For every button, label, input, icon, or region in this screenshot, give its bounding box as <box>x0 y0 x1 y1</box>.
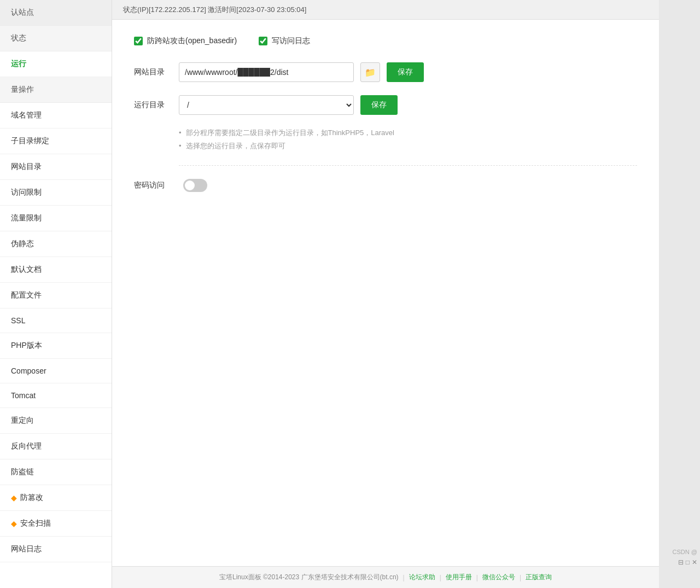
sidebar-item-renzhanzhandian[interactable]: 认站点 <box>0 0 112 26</box>
sidebar-item-fanxiang-daili[interactable]: 反向代理 <box>0 434 112 459</box>
diamond-icon-fangsuangai: ◆ <box>11 493 17 502</box>
sidebar-item-fang-suangai[interactable]: ◆ 防篡改 <box>0 485 112 511</box>
write-access-log-checkbox[interactable] <box>259 37 267 45</box>
diamond-icon-anquan: ◆ <box>11 519 17 528</box>
sidebar: 认站点 状态 运行 量操作 域名管理 子目录绑定 网站目录 访问限制 流量限制 … <box>0 0 112 588</box>
sidebar-item-tomcat[interactable]: Tomcat <box>0 383 112 408</box>
website-directory-row: 网站目录 📁 保存 <box>134 62 637 82</box>
toggle-slider <box>183 179 207 192</box>
right-panel: CSDN @ ⊟ □ ✕ <box>659 0 700 588</box>
icon-bar-item-1: ⊟ <box>678 558 684 566</box>
sidebar-item-moren-wendang[interactable]: 默认文档 <box>0 257 112 283</box>
bottom-icon-bar: ⊟ □ ✕ <box>678 558 697 566</box>
sidebar-item-composer[interactable]: Composer <box>0 359 112 383</box>
tip-item-1: • 部分程序需要指定二级目录作为运行目录，如ThinkPHP5，Laravel <box>179 128 637 138</box>
main-content: 状态(IP)[172.222.205.172] 激活时间[2023-07-30 … <box>112 0 659 588</box>
checkbox-row: 防跨站攻击(open_basedir) 写访问日志 <box>134 36 637 46</box>
footer-link-forum[interactable]: 正版查询 <box>526 573 552 582</box>
sidebar-item-ssl[interactable]: SSL <box>0 308 112 333</box>
password-access-row: 密码访问 <box>134 179 637 192</box>
footer-link-trial[interactable]: 论坛求助 <box>409 573 435 582</box>
run-directory-save-button[interactable]: 保存 <box>360 95 398 115</box>
website-directory-save-button[interactable]: 保存 <box>387 62 424 82</box>
folder-open-button[interactable]: 📁 <box>360 62 380 82</box>
tips-section: • 部分程序需要指定二级目录作为运行目录，如ThinkPHP5，Laravel … <box>179 128 637 166</box>
sidebar-item-wei-jingtai[interactable]: 伪静态 <box>0 231 112 257</box>
run-directory-label: 运行目录 <box>134 100 172 110</box>
tip-bullet-2: • <box>179 142 182 150</box>
website-directory-input[interactable] <box>179 62 354 82</box>
footer-divider-4: | <box>520 574 521 581</box>
sidebar-item-liuliang-xianzhi[interactable]: 流量限制 <box>0 206 112 231</box>
csdn-watermark: CSDN @ <box>673 549 697 555</box>
sidebar-item-wangzhan-mulu[interactable]: 网站目录 <box>0 154 112 180</box>
sidebar-item-anquan-saomiao[interactable]: ◆ 安全扫描 <box>0 511 112 537</box>
sidebar-item-fangdaolian[interactable]: 防盗链 <box>0 459 112 485</box>
footer-divider-1: | <box>403 574 405 581</box>
folder-icon: 📁 <box>365 67 376 78</box>
footer-divider-2: | <box>440 574 441 581</box>
sidebar-item-batch-ops[interactable]: 量操作 <box>0 77 112 103</box>
cross-site-attack-checkbox[interactable] <box>134 37 143 45</box>
top-bar: 状态(IP)[172.222.205.172] 激活时间[2023-07-30 … <box>112 0 659 20</box>
checkbox-cross-site-attack[interactable]: 防跨站攻击(open_basedir) <box>134 36 237 46</box>
sidebar-item-peizhi-wenjian[interactable]: 配置文件 <box>0 283 112 308</box>
app-layout: 认站点 状态 运行 量操作 域名管理 子目录绑定 网站目录 访问限制 流量限制 … <box>0 0 700 588</box>
password-access-label: 密码访问 <box>134 181 172 190</box>
sidebar-item-wangzhan-rizhi[interactable]: 网站日志 <box>0 537 112 562</box>
footer-link-wechat[interactable]: 微信公众号 <box>482 573 515 582</box>
sidebar-item-chongdingxiang[interactable]: 重定向 <box>0 408 112 434</box>
sidebar-item-fangwen-xianzhi[interactable]: 访问限制 <box>0 180 112 206</box>
footer: 宝塔Linux面板 ©2014-2023 广东堡塔安全技术有限公司(bt.cn)… <box>112 566 659 588</box>
sidebar-item-yuming-guanli[interactable]: 域名管理 <box>0 103 112 129</box>
tip-item-2: • 选择您的运行目录，点保存即可 <box>179 141 637 151</box>
footer-divider-3: | <box>476 574 478 581</box>
checkbox-write-access-log[interactable]: 写访问日志 <box>259 36 310 46</box>
icon-bar-item-2: □ <box>686 558 690 566</box>
sidebar-item-yunxing[interactable]: 运行 <box>0 51 112 77</box>
run-directory-row: 运行目录 / 保存 <box>134 95 637 115</box>
run-directory-select[interactable]: / <box>179 95 354 115</box>
website-directory-label: 网站目录 <box>134 67 172 77</box>
sidebar-item-php-banben[interactable]: PHP版本 <box>0 333 112 359</box>
sidebar-item-zhuangtai[interactable]: 状态 <box>0 26 112 51</box>
content-body: 防跨站攻击(open_basedir) 写访问日志 网站目录 📁 保存 <box>112 20 659 219</box>
tip-bullet-1: • <box>179 129 182 137</box>
icon-bar-item-3: ✕ <box>692 558 697 566</box>
password-access-toggle[interactable] <box>183 179 207 192</box>
footer-link-manual[interactable]: 使用手册 <box>446 573 472 582</box>
sidebar-item-zimulu-bangding[interactable]: 子目录绑定 <box>0 129 112 154</box>
